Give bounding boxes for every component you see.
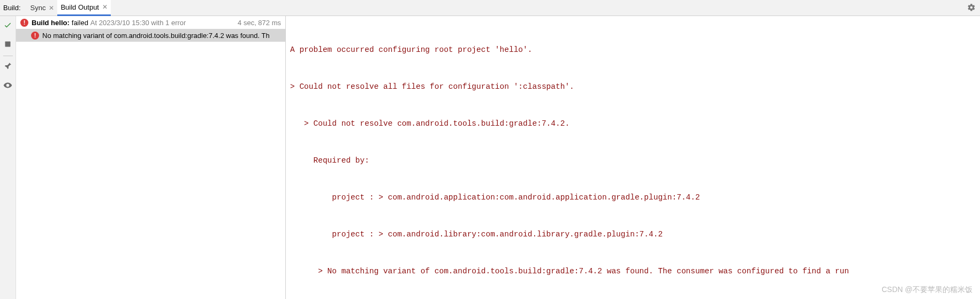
stop-icon[interactable] xyxy=(3,40,12,50)
build-label: Build: xyxy=(3,4,21,12)
console-line: project : > com.android.library:com.andr… xyxy=(290,228,980,241)
tab-build-output-label: Build Output xyxy=(60,3,99,11)
tool-gutter xyxy=(0,16,16,299)
console-line: > Could not resolve com.android.tools.bu… xyxy=(290,118,980,130)
error-message: No matching variant of com.android.tools… xyxy=(42,32,281,40)
build-tree: ! Build hello: failed At 2023/3/10 15:30… xyxy=(16,16,286,299)
build-duration: 4 sec, 872 ms xyxy=(238,19,281,27)
build-task-row[interactable]: ! Build hello: failed At 2023/3/10 15:30… xyxy=(16,16,285,29)
tab-sync-label: Sync xyxy=(31,4,46,12)
divider xyxy=(3,56,13,56)
close-icon[interactable]: ✕ xyxy=(49,4,54,12)
check-icon[interactable] xyxy=(3,20,12,31)
close-icon[interactable]: ✕ xyxy=(102,3,108,11)
gear-icon[interactable] xyxy=(967,3,976,13)
build-tabbar: Build: Sync ✕ Build Output ✕ xyxy=(0,0,980,16)
error-icon: ! xyxy=(31,32,39,40)
svg-rect-0 xyxy=(5,42,11,47)
build-status: failed xyxy=(72,19,88,27)
tab-build-output[interactable]: Build Output ✕ xyxy=(57,0,111,16)
build-meta: At 2023/3/10 15:30 with 1 error xyxy=(90,19,186,27)
error-icon: ! xyxy=(20,19,28,27)
build-output-console[interactable]: A problem occurred configuring root proj… xyxy=(286,16,980,299)
console-line: > No matching variant of com.android.too… xyxy=(290,265,980,278)
console-line: Required by: xyxy=(290,155,980,167)
build-title: Build hello: xyxy=(32,19,70,27)
tab-sync[interactable]: Sync ✕ xyxy=(27,0,58,16)
console-line: > Could not resolve all files for config… xyxy=(290,81,980,93)
console-line: project : > com.android.application:com.… xyxy=(290,191,980,204)
pin-icon[interactable] xyxy=(3,62,12,72)
build-error-row[interactable]: ! No matching variant of com.android.too… xyxy=(16,29,285,42)
console-line: A problem occurred configuring root proj… xyxy=(290,44,980,56)
eye-icon[interactable] xyxy=(3,81,12,91)
